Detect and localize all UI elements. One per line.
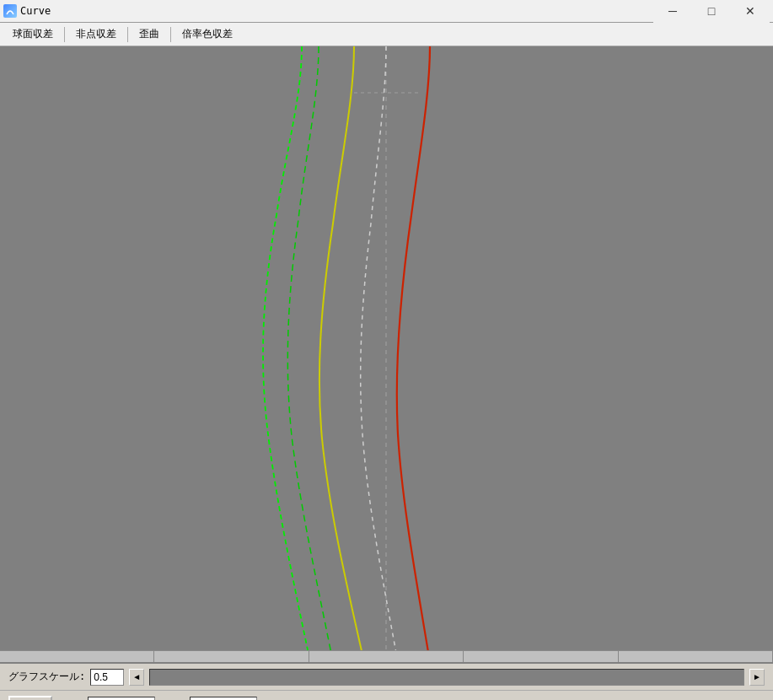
maximize-button[interactable]: □ [692, 0, 731, 23]
menu-separator-1 [64, 27, 65, 42]
menu-separator-3 [170, 27, 171, 42]
status-segment-4 [464, 651, 618, 662]
menu-item-distortion[interactable]: 歪曲 [130, 25, 169, 44]
scale-input[interactable] [90, 669, 124, 686]
menu-item-astigmatism[interactable]: 非点収差 [67, 25, 126, 44]
bottom-panel: グラフスケール: ◄ ► 計算 X = -0.46864 Y = 14.5147… [0, 662, 773, 700]
scale-label: グラフスケール: [8, 670, 85, 684]
curve-white-dashed [361, 46, 398, 662]
scroll-track[interactable] [149, 669, 744, 686]
title-bar-left: Curve [3, 4, 51, 18]
coord-row: 計算 X = -0.46864 Y = 14.51479 [0, 691, 773, 700]
curve-red [397, 46, 430, 662]
scroll-right-button[interactable]: ► [749, 669, 765, 686]
status-segment-2 [154, 651, 309, 662]
status-segment-3 [309, 651, 464, 662]
curve-green-outer [263, 46, 310, 662]
app-icon [3, 4, 17, 18]
scroll-left-button[interactable]: ◄ [129, 669, 144, 686]
menu-separator-2 [127, 27, 128, 42]
menu-bar: 球面収差 非点収差 歪曲 倍率色収差 [0, 23, 773, 46]
minimize-button[interactable]: ─ [653, 0, 692, 23]
x-value: -0.46864 [88, 697, 155, 700]
menu-item-chromatic[interactable]: 倍率色収差 [173, 25, 242, 44]
title-bar: Curve ─ □ ✕ [0, 0, 773, 23]
chart-status-bar [0, 650, 773, 662]
y-value: 14.51479 [190, 697, 257, 700]
close-button[interactable]: ✕ [731, 0, 770, 23]
menu-item-spherical[interactable]: 球面収差 [3, 25, 62, 44]
chart-area[interactable] [0, 46, 773, 662]
curve-green-inner [287, 46, 333, 662]
scale-row: グラフスケール: ◄ ► [0, 664, 773, 691]
calc-button[interactable]: 計算 [8, 696, 52, 700]
curve-yellow [319, 46, 364, 662]
status-segment-1 [0, 651, 154, 662]
window-title: Curve [20, 5, 51, 17]
window-controls: ─ □ ✕ [653, 0, 770, 23]
chart-svg [0, 46, 773, 662]
status-segment-5 [619, 651, 773, 662]
